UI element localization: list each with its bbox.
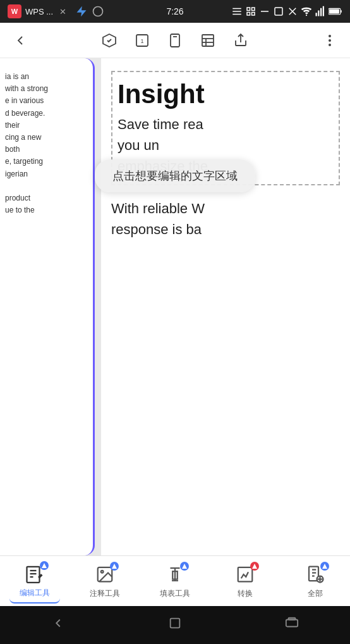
- left-panel: ia is an with a strong e in various d be…: [0, 58, 95, 555]
- doc-body-line2: you un: [118, 135, 334, 156]
- left-text-line-4: d beverage.: [5, 108, 88, 120]
- left-text-line-2: with a strong: [5, 83, 88, 95]
- back-button[interactable]: [10, 30, 30, 51]
- fill-badge: [180, 562, 189, 571]
- svg-rect-10: [275, 8, 282, 15]
- edit-badge: [40, 561, 49, 570]
- svg-rect-5: [247, 8, 250, 11]
- doc-paragraph: With reliable W response is ba: [111, 198, 340, 240]
- svg-marker-38: [42, 563, 47, 568]
- tab-edit-tools[interactable]: 编辑工具: [9, 559, 60, 604]
- svg-rect-34: [27, 567, 40, 583]
- svg-marker-46: [252, 564, 257, 569]
- convert-label: 转换: [238, 588, 253, 599]
- left-text-line-5: their: [5, 120, 88, 132]
- svg-point-31: [329, 35, 331, 37]
- device-icon[interactable]: [165, 30, 185, 51]
- window-icon: [273, 6, 284, 17]
- nav-recents-button[interactable]: [280, 611, 304, 639]
- tooltip-text: 点击想要编辑的文字区域: [112, 170, 238, 182]
- edit-tools-label: 编辑工具: [20, 588, 50, 598]
- svg-text:1: 1: [140, 38, 143, 44]
- svg-rect-54: [288, 618, 295, 620]
- tab-fill-tools[interactable]: 填表工具: [150, 559, 200, 603]
- bottom-tabs: 编辑工具 注释工具 填表工具: [0, 555, 350, 606]
- doc-emphasize-start: you un: [118, 137, 159, 153]
- doc-body-line1: Save time rea: [118, 114, 334, 135]
- left-text-line-6: cing a new: [5, 132, 88, 144]
- edit-tooltip[interactable]: 点击想要编辑的文字区域: [95, 159, 255, 192]
- toolbar-right: [320, 30, 340, 51]
- shield-icon[interactable]: [99, 30, 119, 51]
- status-bar: W WPS ... ✕ 7:26: [0, 0, 350, 23]
- left-text-line-1: ia is an: [5, 71, 88, 83]
- svg-rect-53: [286, 620, 297, 627]
- share-icon[interactable]: [231, 30, 251, 51]
- annotate-badge: [110, 562, 119, 571]
- nav-home-button[interactable]: [163, 611, 187, 639]
- all-label: 全部: [308, 588, 323, 599]
- svg-point-40: [101, 571, 104, 573]
- fill-tools-label: 填表工具: [160, 588, 190, 599]
- svg-point-33: [329, 44, 331, 46]
- svg-rect-7: [247, 13, 250, 16]
- annotate-icon-wrapper: [94, 563, 116, 586]
- wifi-icon: [301, 6, 312, 17]
- left-text-line-3: e in various: [5, 95, 88, 107]
- expand-icon: [245, 6, 256, 17]
- document-area: ia is an with a strong e in various d be…: [0, 58, 350, 555]
- right-panel[interactable]: Insight Save time rea you un emphasize t…: [101, 58, 350, 555]
- layout-icon[interactable]: [198, 30, 218, 51]
- left-text-line-7: both: [5, 144, 88, 156]
- close-window-icon[interactable]: [287, 6, 298, 17]
- svg-marker-0: [77, 6, 87, 17]
- top-toolbar: 1: [0, 23, 350, 58]
- battery-icon: [329, 7, 342, 16]
- svg-rect-24: [171, 34, 179, 47]
- status-bar-right: [231, 6, 342, 17]
- left-text-line-8: e, targeting: [5, 156, 88, 168]
- svg-rect-16: [320, 8, 322, 16]
- doc-para-line2: response is ba: [111, 219, 340, 240]
- fill-icon-wrapper: [164, 563, 186, 586]
- tab-close-icon[interactable]: ✕: [59, 7, 66, 16]
- signal-icon: [315, 6, 326, 17]
- tab-convert[interactable]: 转换: [220, 559, 270, 603]
- svg-rect-14: [316, 13, 317, 16]
- all-icon-wrapper: [304, 563, 327, 586]
- convert-icon-wrapper: [234, 563, 256, 586]
- svg-rect-26: [202, 35, 214, 46]
- tab-all[interactable]: 全部: [290, 559, 341, 603]
- page-number-icon[interactable]: 1: [132, 30, 152, 51]
- svg-rect-52: [171, 619, 180, 628]
- minimize-icon: [259, 6, 270, 17]
- more-options-button[interactable]: [320, 30, 340, 51]
- status-time: 7:26: [166, 6, 183, 16]
- svg-rect-19: [329, 9, 339, 13]
- svg-rect-17: [323, 6, 324, 16]
- nav-back-button[interactable]: [46, 611, 70, 639]
- app-title: WPS ...: [25, 7, 53, 16]
- convert-badge: [250, 562, 259, 571]
- svg-marker-41: [112, 564, 117, 569]
- all-badge: [320, 562, 329, 571]
- thunder-icon: [75, 5, 88, 18]
- nav-bar: [0, 606, 350, 644]
- tab-annotate-tools[interactable]: 注释工具: [80, 559, 130, 603]
- svg-point-13: [306, 15, 307, 16]
- svg-rect-45: [238, 567, 253, 582]
- doc-para-line1: With reliable W: [111, 198, 340, 219]
- wps-app-icon: W: [8, 4, 21, 18]
- left-panel-text: ia is an with a strong e in various d be…: [5, 71, 88, 216]
- svg-marker-44: [182, 564, 187, 569]
- circle-icon: [92, 5, 104, 18]
- edit-icon-wrapper: [23, 562, 46, 585]
- svg-point-1: [94, 7, 103, 16]
- status-bar-left: W WPS ... ✕: [8, 4, 104, 18]
- menu-lines-icon: [231, 6, 243, 17]
- svg-marker-51: [322, 564, 327, 569]
- toolbar-left: [10, 30, 30, 51]
- svg-rect-8: [252, 13, 255, 16]
- left-text-line-9: igerian: [5, 168, 88, 180]
- left-text-line-11: ue to the: [5, 204, 88, 216]
